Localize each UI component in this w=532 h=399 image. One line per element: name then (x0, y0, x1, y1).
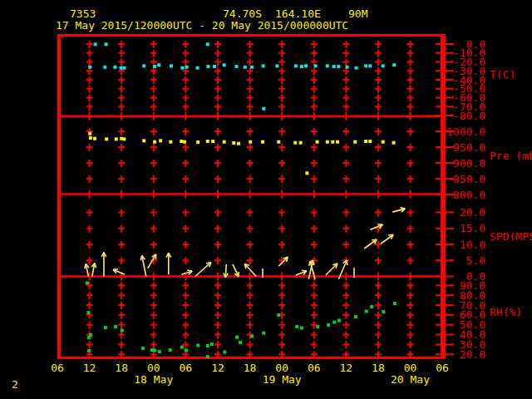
pressure-point (115, 137, 118, 140)
pressure-point (169, 140, 172, 144)
humidity-point (153, 349, 156, 352)
temperature-point (275, 64, 278, 67)
pressure-point (382, 140, 385, 144)
temperature-point (250, 66, 254, 69)
temperature-point (94, 42, 97, 46)
pressure-point (326, 140, 329, 144)
humidity-point (185, 349, 188, 352)
pressure-point (353, 140, 357, 144)
humidity-point (295, 325, 298, 328)
meteogram-window: 7353 74.70S 164.10E 90M 17 May 2015/1200… (0, 0, 532, 399)
pressure-point (183, 140, 186, 144)
temperature-point (113, 66, 116, 69)
humidity-point (365, 309, 368, 313)
temperature-point (196, 66, 200, 70)
hour-tick-label: 06 (436, 362, 449, 374)
humidity-point (370, 305, 373, 308)
temperature-point (213, 65, 216, 68)
temperature-point (326, 64, 329, 67)
date-label: 19 May (263, 373, 302, 386)
pressure-point (249, 140, 252, 144)
plot-border (57, 34, 446, 359)
pressure-series (88, 132, 395, 175)
wind_speed-tick-label: 15.0 (460, 222, 485, 234)
humidity-point (223, 351, 226, 354)
x-axis-labels: 0612180006121800061218000618 May19 May20… (51, 362, 449, 386)
humidity-point (300, 327, 303, 330)
hour-tick-label: 12 (83, 362, 96, 374)
temperature-point (120, 66, 123, 70)
pressure-point (336, 140, 339, 144)
temperature-point (382, 64, 385, 67)
temperature-point (346, 66, 349, 69)
humidity-point (141, 347, 145, 350)
wind-arrows (85, 208, 406, 279)
temperature-panel-label: T(C) (490, 68, 515, 81)
hour-tick-label: 06 (180, 362, 193, 374)
humidity-point (239, 341, 242, 344)
pressure-tick-label: 800.0 (453, 189, 485, 201)
temperature-point (332, 65, 336, 68)
humidity-point (210, 342, 214, 346)
date-label: 18 May (134, 373, 173, 386)
temperature-point (181, 66, 185, 70)
temperature-point (234, 65, 238, 68)
pressure-point (232, 141, 235, 145)
temperature-tick-label: -80.0 (453, 110, 485, 122)
temperature-point (355, 66, 358, 70)
humidity-point (158, 350, 161, 353)
pressure-point (261, 140, 264, 144)
pressure-point (316, 140, 319, 144)
pressure-tick-label: 850.0 (453, 173, 485, 185)
pressure-point (368, 140, 372, 143)
temperature-point (244, 66, 247, 69)
pressure-point (364, 140, 367, 143)
pressure-point (211, 140, 214, 143)
wind_speed-panel-label: SPD(MPS) (490, 230, 532, 243)
hour-tick-label: 06 (51, 362, 64, 374)
pressure-point (299, 141, 303, 145)
temperature-point (262, 107, 265, 111)
humidity-point (262, 332, 265, 335)
humidity-point (337, 319, 341, 323)
wind_speed-tick-label: 20.0 (460, 206, 485, 219)
humidity-point (206, 344, 209, 347)
temperature-point (206, 42, 209, 46)
temperature-point (105, 42, 108, 46)
temperature-point (170, 64, 173, 67)
pressure-panel-label: Pre (mb) (490, 150, 532, 162)
humidity-point (121, 328, 124, 332)
pressure-point (305, 171, 308, 175)
hour-tick-label: 18 (244, 362, 257, 374)
temperature-point (223, 63, 226, 66)
temperature-point (392, 63, 396, 66)
pressure-tick-label: 950.0 (453, 141, 485, 154)
temperature-point (103, 66, 106, 69)
humidity-point (354, 315, 357, 318)
hour-tick-label: 00 (275, 362, 288, 374)
humidity-point (196, 344, 200, 347)
temperature-point (304, 64, 308, 67)
temperature-point (314, 64, 318, 67)
pressure-point (277, 140, 280, 144)
pressure-point (180, 140, 183, 143)
pressure-point (237, 142, 240, 145)
humidity-tick-label: 20.0 (460, 348, 485, 361)
hour-tick-label: 12 (211, 362, 224, 374)
temperature-point (142, 64, 145, 67)
humidity-point (169, 348, 172, 352)
temperature-point (262, 64, 265, 67)
humidity-panel-label: RH(%) (490, 306, 522, 318)
temperature-point (364, 64, 367, 67)
humidity-point (316, 325, 319, 328)
grid-lattice (86, 41, 414, 358)
pressure-point (331, 140, 334, 144)
wind_speed-tick-label: 10.0 (460, 239, 485, 251)
wind_speed-tick-label: 5.0 (466, 254, 485, 267)
hour-tick-label: 00 (147, 362, 160, 374)
hour-tick-label: 00 (404, 362, 417, 374)
meteogram-plot: 0.0-10.0-20.0-30.0-40.0-50.0-60.0-70.0-8… (0, 0, 532, 399)
humidity-point (206, 355, 209, 358)
pressure-point (142, 139, 145, 142)
pressure-point (89, 136, 92, 140)
